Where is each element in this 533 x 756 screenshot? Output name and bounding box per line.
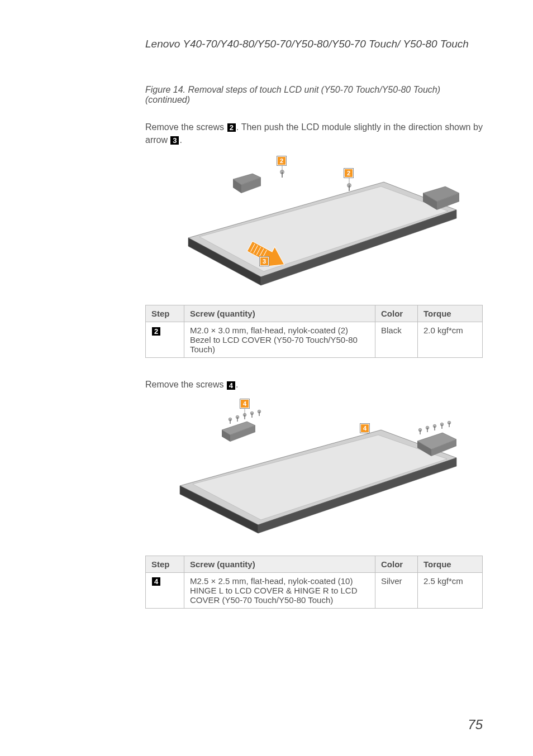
- page-number: 75: [468, 717, 483, 733]
- table-header-row: Step Screw (quantity) Color Torque: [146, 556, 483, 572]
- col-screw: Screw (quantity): [184, 305, 375, 322]
- lcd-diagram-1: [149, 154, 479, 288]
- figure-1-area: 2 2 3: [149, 154, 479, 288]
- col-torque: Torque: [418, 556, 483, 572]
- callout-4-cell: 4: [152, 577, 160, 586]
- instruction-paragraph-2: Remove the screws 4.: [145, 378, 483, 391]
- callout-4-fig-b: 4: [360, 424, 369, 433]
- cell-screw: M2.0 × 3.0 mm, flat-head, nylok-coated (…: [184, 322, 375, 358]
- cell-step: 2: [146, 322, 184, 358]
- figure-2-area: 4 4: [149, 399, 479, 539]
- table-row: 2 M2.0 × 3.0 mm, flat-head, nylok-coated…: [146, 322, 483, 358]
- col-color: Color: [375, 305, 418, 322]
- callout-3-inline: 3: [170, 136, 179, 145]
- cell-color: Black: [375, 322, 418, 358]
- screw-table-2: Step Screw (quantity) Color Torque 4 M2.…: [145, 556, 483, 609]
- svg-line-53: [366, 426, 435, 427]
- text: Remove the screws: [145, 380, 226, 389]
- callout-2-inline: 2: [227, 123, 236, 132]
- callout-2b-fig: 2: [344, 169, 353, 178]
- screw-table-1: Step Screw (quantity) Color Torque 2 M2.…: [145, 305, 483, 358]
- col-step: Step: [146, 305, 184, 322]
- col-step: Step: [146, 556, 184, 572]
- callout-4-fig-a: 4: [240, 399, 249, 408]
- col-screw: Screw (quantity): [184, 556, 375, 572]
- lcd-diagram-2: [149, 399, 479, 539]
- callout-2-fig: 2: [277, 156, 286, 165]
- callout-2-cell: 2: [152, 327, 160, 336]
- cell-torque: 2.0 kgf*cm: [418, 322, 483, 358]
- running-header: Lenovo Y40-70/Y40-80/Y50-70/Y50-80/Y50-7…: [145, 38, 483, 50]
- callout-4-inline: 4: [227, 381, 235, 390]
- cell-screw: M2.5 × 2.5 mm, flat-head, nylok-coated (…: [184, 572, 375, 608]
- table-row: 4 M2.5 × 2.5 mm, flat-head, nylok-coated…: [146, 572, 483, 608]
- instruction-paragraph-1: Remove the screws 2. Then push the LCD m…: [145, 121, 483, 146]
- figure-caption: Figure 14. Removal steps of touch LCD un…: [145, 85, 483, 105]
- cell-torque: 2.5 kgf*cm: [418, 572, 483, 608]
- text: .: [179, 135, 182, 145]
- col-color: Color: [375, 556, 418, 572]
- callout-3-fig: 3: [260, 257, 269, 266]
- cell-step: 4: [146, 572, 184, 608]
- cell-color: Silver: [375, 572, 418, 608]
- text: Remove the screws: [145, 122, 227, 132]
- col-torque: Torque: [418, 305, 483, 322]
- text: .: [236, 380, 238, 389]
- table-header-row: Step Screw (quantity) Color Torque: [146, 305, 483, 322]
